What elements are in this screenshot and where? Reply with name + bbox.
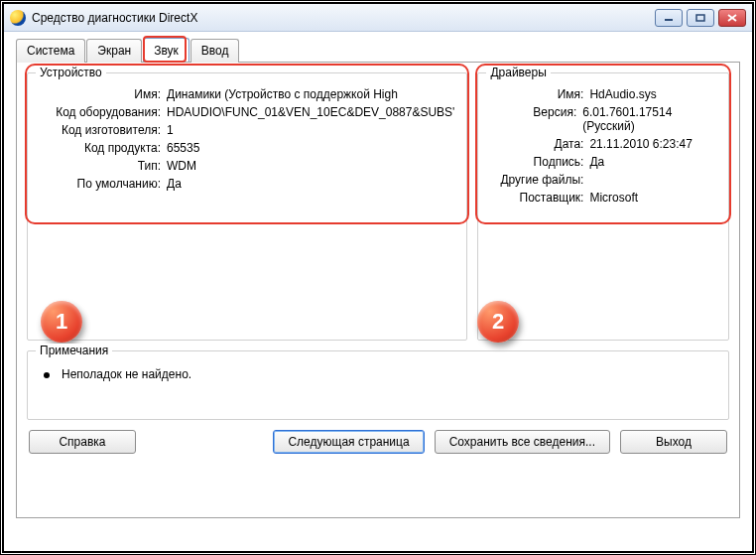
driver-version-value: 6.01.7601.17514 (Русский) bbox=[582, 105, 716, 133]
tab-display[interactable]: Экран bbox=[86, 39, 142, 63]
device-prod-value: 65535 bbox=[167, 141, 199, 155]
driver-vendor-label: Поставщик: bbox=[490, 191, 583, 205]
maximize-button[interactable] bbox=[687, 9, 714, 27]
app-icon bbox=[10, 10, 26, 26]
help-button[interactable]: Справка bbox=[29, 430, 136, 454]
window-title: Средство диагностики DirectX bbox=[32, 11, 655, 25]
tab-panel-sound: Устройство Имя:Динамики (Устройство с по… bbox=[16, 62, 740, 518]
save-all-button[interactable]: Сохранить все сведения... bbox=[435, 430, 610, 454]
note-text: Неполадок не найдено. bbox=[62, 367, 191, 381]
exit-button[interactable]: Выход bbox=[620, 430, 727, 454]
tab-input[interactable]: Ввод bbox=[190, 39, 240, 63]
device-mfr-label: Код изготовителя: bbox=[40, 123, 161, 137]
tab-system[interactable]: Система bbox=[16, 39, 85, 63]
device-default-value: Да bbox=[167, 177, 182, 191]
driver-name-value: HdAudio.sys bbox=[589, 87, 656, 101]
device-legend: Устройство bbox=[36, 66, 106, 79]
drivers-group: Драйверы Имя:HdAudio.sys Версия:6.01.760… bbox=[477, 72, 729, 341]
bullet-icon bbox=[44, 372, 50, 378]
device-mfr-value: 1 bbox=[167, 123, 174, 137]
titlebar: Средство диагностики DirectX bbox=[4, 4, 752, 32]
device-type-label: Тип: bbox=[40, 159, 161, 173]
note-item: Неполадок не найдено. bbox=[38, 363, 718, 385]
driver-vendor-value: Microsoft bbox=[589, 191, 638, 205]
annotation-badge-2: 2 bbox=[477, 301, 519, 343]
minimize-button[interactable] bbox=[655, 9, 683, 27]
next-page-button[interactable]: Следующая страница bbox=[273, 430, 424, 454]
tab-strip: Система Экран Звук Ввод bbox=[16, 38, 740, 62]
annotation-badge-1: 1 bbox=[41, 301, 82, 343]
drivers-legend: Драйверы bbox=[486, 66, 550, 79]
device-prod-label: Код продукта: bbox=[40, 141, 161, 155]
notes-group: Примечания Неполадок не найдено. bbox=[27, 350, 729, 420]
tab-sound[interactable]: Звук bbox=[143, 38, 189, 62]
device-name-value: Динамики (Устройство с поддержкой High bbox=[167, 87, 398, 101]
device-name-label: Имя: bbox=[40, 87, 161, 101]
driver-signed-value: Да bbox=[589, 155, 604, 169]
driver-other-label: Другие файлы: bbox=[490, 173, 583, 187]
driver-date-value: 21.11.2010 6:23:47 bbox=[589, 137, 692, 151]
driver-date-label: Дата: bbox=[490, 137, 583, 151]
notes-legend: Примечания bbox=[36, 344, 112, 357]
driver-version-label: Версия: bbox=[490, 105, 576, 133]
driver-signed-label: Подпись: bbox=[490, 155, 583, 169]
device-type-value: WDM bbox=[167, 159, 196, 173]
device-hwid-value: HDAUDIO\FUNC_01&VEN_10EC&DEV_0887&SUBS' bbox=[167, 105, 454, 119]
svg-rect-1 bbox=[696, 15, 704, 21]
device-default-label: По умолчанию: bbox=[40, 177, 161, 191]
driver-name-label: Имя: bbox=[490, 87, 583, 101]
close-button[interactable] bbox=[718, 9, 746, 27]
device-hwid-label: Код оборудования: bbox=[40, 105, 161, 119]
device-group: Устройство Имя:Динамики (Устройство с по… bbox=[27, 72, 467, 341]
